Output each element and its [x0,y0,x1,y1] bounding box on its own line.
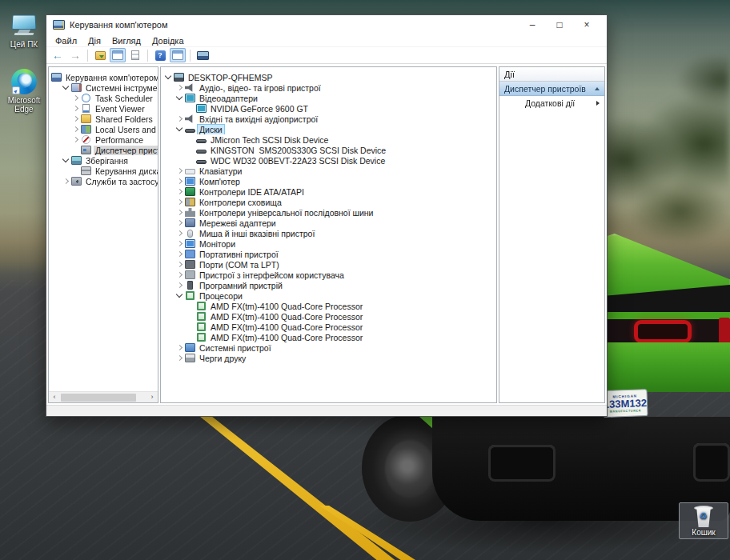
expander-closed-icon[interactable] [174,186,185,197]
expander-open-icon[interactable] [61,82,71,93]
tree-item[interactable]: AMD FX(tm)-4100 Quad-Core Processor [161,301,496,311]
menu-item[interactable]: Довідка [146,36,190,46]
computer-icon [174,73,184,82]
tree-item[interactable]: Мережеві адаптери [161,218,496,228]
tree-item[interactable]: Порти (COM та LPT) [161,259,496,270]
expander-closed-icon[interactable] [174,228,185,238]
tree-item[interactable]: Керування комп'ютером (лок [49,72,158,82]
desktop-icon-recycle-bin[interactable]: ♻ Кошик [679,502,728,539]
tree-item[interactable]: Event Viewer [49,103,158,114]
scroll-thumb[interactable] [61,394,136,402]
expander-closed-icon[interactable] [61,176,71,186]
desktop-icon-this-pc[interactable]: Цей ПК [2,14,46,49]
expander-open-icon[interactable] [163,72,174,82]
menu-item[interactable]: Дія [82,36,106,46]
scroll-right-button[interactable]: › [146,392,158,402]
tree-item[interactable]: Служби та застосунки [49,176,158,186]
close-button[interactable]: × [573,16,600,34]
toolbar-button-show-action-pane-icon[interactable] [170,48,186,62]
tree-item[interactable]: DESKTOP-QFHEMSP [161,72,496,82]
toolbar-button-forward-icon[interactable] [67,48,83,62]
tree-item[interactable]: AMD FX(tm)-4100 Quad-Core Processor [161,311,496,322]
maximize-button[interactable]: □ [546,16,573,34]
disk-management-icon [81,166,91,175]
tree-item[interactable]: Shared Folders [49,114,158,124]
tree-item[interactable]: Відеоадаптери [161,93,496,103]
tree-item[interactable]: Контролери IDE ATA/ATAPI [161,186,496,197]
expander-closed-icon[interactable] [70,103,81,114]
actions-pane-header: Дії [499,67,604,82]
expander-closed-icon[interactable] [70,114,81,124]
toolbar-button-remote-computer-icon[interactable] [195,48,211,62]
tree-item[interactable]: Керування дисками [49,166,158,176]
tree-item[interactable]: Монітори [161,238,496,249]
toolbar-button-properties-icon[interactable] [127,48,143,62]
expander-closed-icon[interactable] [70,134,81,145]
scroll-left-button[interactable]: ‹ [49,392,60,402]
expander-spacer [186,155,196,166]
tree-item[interactable]: Черги друку [161,353,496,363]
tree-item[interactable]: Системні пристрої [161,342,496,353]
expander-closed-icon[interactable] [174,114,185,124]
expander-closed-icon[interactable] [70,124,81,134]
tree-item[interactable]: Програмний пристрій [161,280,496,290]
expander-open-icon[interactable] [61,155,71,166]
tree-item[interactable]: KINGSTON SMS200S330G SCSI Disk Device [161,145,496,155]
expander-open-icon[interactable] [174,93,185,103]
tree-item[interactable]: Портативні пристрої [161,249,496,259]
expander-open-icon[interactable] [174,290,185,301]
toolbar-button-help-icon[interactable] [152,48,168,62]
tree-item[interactable]: Аудіо-, відео- та ігрові пристрої [161,82,496,93]
expander-closed-icon[interactable] [174,218,185,228]
tree-item[interactable]: Диспетчер пристроїв [49,145,158,155]
menu-item[interactable]: Вигляд [106,36,146,46]
tree-item[interactable]: Контролери сховища [161,197,496,207]
actions-item-more-actions[interactable]: Додаткові дії [499,96,604,110]
expander-closed-icon[interactable] [174,353,185,363]
system-devices-icon [185,343,195,352]
expander-closed-icon[interactable] [174,176,185,186]
tree-item[interactable]: Миша й інші вказівні пристрої [161,228,496,238]
toolbar-button-export-list-icon[interactable] [92,48,108,62]
expander-closed-icon[interactable] [174,82,185,93]
expander-open-icon[interactable] [174,124,185,134]
expander-closed-icon[interactable] [174,249,185,259]
expander-closed-icon[interactable] [174,259,185,270]
tree-item[interactable]: Клавіатури [161,166,496,176]
tree-item[interactable]: Вхідні та вихідні аудіопристрої [161,114,496,124]
tree-item[interactable]: Пристрої з інтерфейсом користувача [161,270,496,280]
tree-item[interactable]: Контролери універсальної послідовної шин… [161,207,496,218]
tree-item[interactable]: Процесори [161,290,496,301]
tree-item[interactable]: Task Scheduler [49,93,158,103]
tree-item[interactable]: Диски [161,124,496,134]
expander-closed-icon[interactable] [174,238,185,249]
menu-item[interactable]: Файл [50,36,82,46]
tree-item[interactable]: AMD FX(tm)-4100 Quad-Core Processor [161,332,496,342]
expander-closed-icon[interactable] [174,270,185,280]
tree-item[interactable]: Системні інструменти [49,82,158,93]
tree-item[interactable]: Performance [49,134,158,145]
export-list-icon [95,51,106,60]
toolbar-button-show-console-tree-icon[interactable] [110,48,126,62]
actions-group-header[interactable]: Диспетчер пристроїв [499,82,604,96]
tree-item[interactable]: Local Users and Groups [49,124,158,134]
tree-item[interactable]: JMicron Tech SCSI Disk Device [161,134,496,145]
expander-closed-icon[interactable] [174,280,185,290]
expander-closed-icon[interactable] [174,207,185,218]
desktop-icon-microsoft-edge[interactable]: Microsoft Edge [2,69,46,114]
expander-closed-icon[interactable] [174,342,185,353]
toolbar-button-back-icon[interactable] [50,48,66,62]
expander-closed-icon[interactable] [174,197,185,207]
minimize-button[interactable]: – [519,16,546,34]
h-scrollbar[interactable]: ‹ › [49,391,158,402]
tree-item[interactable]: AMD FX(tm)-4100 Quad-Core Processor [161,322,496,332]
tree-item[interactable]: Зберігання [49,155,158,166]
expander-closed-icon[interactable] [70,93,81,103]
toolbar [46,46,607,64]
title-bar[interactable]: Керування комп'ютером – □ × [46,15,607,34]
tree-item[interactable]: Комп'ютер [161,176,496,186]
collapse-icon[interactable] [595,87,600,90]
tree-item[interactable]: WDC WD32 00BEVT-22A23 SCSI Disk Device [161,155,496,166]
expander-closed-icon[interactable] [174,166,185,176]
tree-item[interactable]: NVIDIA GeForce 9600 GT [161,103,496,114]
